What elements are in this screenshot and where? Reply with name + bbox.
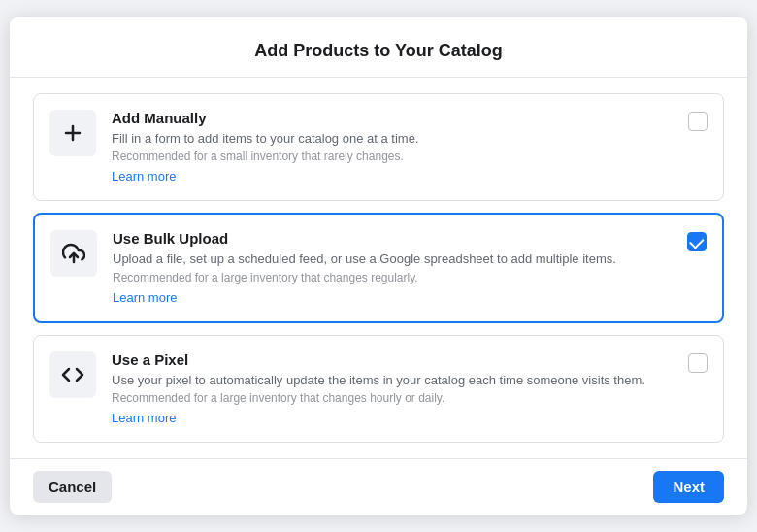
modal-body: Add Manually Fill in a form to add items… (10, 78, 747, 458)
plus-icon (61, 121, 84, 145)
option-bulk-checkbox[interactable] (687, 232, 707, 251)
option-manual-title: Add Manually (112, 110, 673, 126)
option-pixel-rec: Recommended for a large inventory that c… (112, 391, 673, 405)
option-pixel-checkbox[interactable] (688, 353, 708, 373)
option-bulk-icon (50, 230, 97, 277)
next-button[interactable]: Next (653, 471, 724, 503)
option-manual-learn-more[interactable]: Learn more (112, 169, 176, 183)
modal-title: Add Products to Your Catalog (254, 41, 502, 60)
option-bulk-learn-more[interactable]: Learn more (113, 290, 177, 305)
option-pixel-title: Use a Pixel (112, 351, 673, 368)
option-manual-icon (49, 110, 96, 156)
option-manual-desc: Fill in a form to add items to your cata… (112, 130, 673, 148)
option-pixel-desc: Use your pixel to automatically update t… (112, 372, 673, 389)
upload-icon (62, 242, 85, 265)
add-products-modal: Add Products to Your Catalog Add Manuall… (10, 17, 747, 515)
option-bulk-desc: Upload a file, set up a scheduled feed, … (113, 250, 672, 268)
option-pixel-content: Use a Pixel Use your pixel to automatica… (112, 351, 673, 426)
option-bulk-title: Use Bulk Upload (113, 230, 672, 247)
option-pixel-icon (49, 351, 96, 398)
modal-header: Add Products to Your Catalog (10, 17, 747, 78)
option-bulk-content: Use Bulk Upload Upload a file, set up a … (113, 230, 672, 305)
option-bulk-rec: Recommended for a large inventory that c… (113, 271, 672, 284)
code-icon (61, 363, 84, 386)
option-pixel-learn-more[interactable]: Learn more (112, 411, 176, 425)
option-manual-rec: Recommended for a small inventory that r… (112, 150, 673, 163)
option-manual-content: Add Manually Fill in a form to add items… (112, 110, 673, 184)
option-pixel[interactable]: Use a Pixel Use your pixel to automatica… (33, 335, 724, 443)
option-manual[interactable]: Add Manually Fill in a form to add items… (33, 93, 724, 201)
option-bulk[interactable]: Use Bulk Upload Upload a file, set up a … (33, 213, 724, 322)
option-manual-checkbox[interactable] (688, 112, 708, 131)
modal-footer: Cancel Next (10, 458, 747, 515)
cancel-button[interactable]: Cancel (33, 471, 112, 503)
